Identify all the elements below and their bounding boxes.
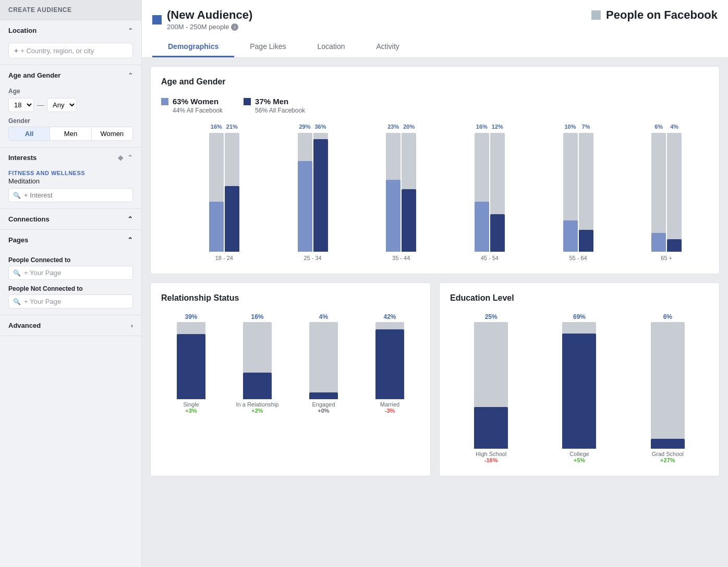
age-max-select[interactable]: Any xyxy=(47,98,77,112)
men-legend-sub: 56% All Facebook xyxy=(255,107,305,114)
interests-label: Interests xyxy=(8,154,37,162)
age-group-25-34: 29%36%25 - 34 xyxy=(271,122,355,261)
men-legend-item: 37% Men 56% All Facebook xyxy=(244,97,305,114)
sidebar-header: CREATE AUDIENCE xyxy=(0,0,141,20)
connections-label: Connections xyxy=(8,215,50,223)
gender-legend: 63% Women 44% All Facebook 37% Men 56% A… xyxy=(161,97,709,114)
people-not-connected-label: People Not Connected to xyxy=(8,285,133,292)
tab-activity[interactable]: Activity xyxy=(360,37,415,57)
age-gender-content: Age 18 — Any Gender All Men Women xyxy=(0,85,141,147)
location-label: Location xyxy=(8,27,37,34)
main-content: (New Audience) 200M - 250M people i Peop… xyxy=(142,0,728,567)
gender-men-button[interactable]: Men xyxy=(50,127,91,140)
age-group-55-64: 10%7%55 - 64 xyxy=(536,122,621,261)
rel-bars-bars-wrapper: 39%Single+3%16%In a Relationship+2%4%Eng… xyxy=(161,313,420,416)
age-group-45-54: 16%12%45 - 54 xyxy=(447,122,532,261)
audience-color-box xyxy=(152,15,162,24)
pages-chevron-icon: ⌃ xyxy=(127,236,133,244)
bar-group-GradSchool: 6%Grad School+27% xyxy=(627,313,709,463)
location-chevron-icon: ⌃ xyxy=(128,27,133,34)
interest-search-input[interactable]: 🔍 xyxy=(8,188,133,202)
audience-title: (New Audience) 200M - 250M people i xyxy=(152,8,252,31)
pages-section: Pages ⌃ People Connected to 🔍 + Your Pag… xyxy=(0,230,141,315)
interest-text-input[interactable] xyxy=(24,191,128,199)
age-gender-chevron-icon: ⌃ xyxy=(128,72,133,79)
advanced-section: Advanced › xyxy=(0,315,141,336)
location-content: + + Country, region, or city xyxy=(0,41,141,65)
conn-search-icon-2: 🔍 xyxy=(13,298,21,305)
people-not-connected-input[interactable]: 🔍 + Your Page xyxy=(8,294,133,309)
bar-group-Single: 39%Single+3% xyxy=(161,313,221,414)
people-connected-input[interactable]: 🔍 + Your Page xyxy=(8,266,133,280)
gender-label: Gender xyxy=(8,117,133,125)
bottom-charts: Relationship Status 39%Single+3%16%In a … xyxy=(150,282,720,485)
education-bars: 25%High School-16%69%College+5%6%Grad Sc… xyxy=(450,313,709,465)
age-group-65+: 6%4%65 + xyxy=(624,122,709,261)
women-legend-item: 63% Women 44% All Facebook xyxy=(161,97,223,114)
audience-name: (New Audience) xyxy=(167,8,252,22)
age-gender-header[interactable]: Age and Gender ⌃ xyxy=(0,65,141,85)
interests-category: FITNESS AND WELLNESS xyxy=(8,170,133,176)
advanced-row[interactable]: Advanced › xyxy=(0,315,141,336)
audience-title-group: (New Audience) 200M - 250M people i xyxy=(167,8,252,31)
bar-group-Engaged: 4%Engaged+0% xyxy=(294,313,354,414)
bar-group-Married: 42%Married-3% xyxy=(360,313,420,414)
age-min-select[interactable]: 18 xyxy=(8,98,34,112)
people-connected-placeholder: + Your Page xyxy=(24,269,61,277)
edu-bars-bars-wrapper: 25%High School-16%69%College+5%6%Grad Sc… xyxy=(450,313,709,465)
tab-demographics[interactable]: Demographics xyxy=(152,37,234,57)
location-plus-icon: + xyxy=(14,46,18,55)
men-legend-box xyxy=(244,98,251,105)
age-group-18-24: 16%21%18 - 24 xyxy=(182,122,266,261)
bar-group-HighSchool: 25%High School-16% xyxy=(450,313,532,463)
relationship-chart-card: Relationship Status 39%Single+3%16%In a … xyxy=(150,282,431,476)
relationship-chart-title: Relationship Status xyxy=(161,293,420,303)
app-layout: CREATE AUDIENCE Location ⌃ + + Country, … xyxy=(0,0,728,567)
connections-content: People Connected to 🔍 + Your Page People… xyxy=(0,250,141,315)
tab-bar: Demographics Page Likes Location Activit… xyxy=(152,37,718,57)
gender-all-button[interactable]: All xyxy=(9,127,50,140)
bar-group-College: 69%College+5% xyxy=(538,313,620,463)
advanced-label: Advanced xyxy=(8,322,41,329)
interests-header[interactable]: Interests ◈ ⌃ xyxy=(0,147,141,168)
pages-header[interactable]: Pages ⌃ xyxy=(0,230,141,250)
interests-settings-icon[interactable]: ◈ xyxy=(118,154,123,162)
connections-chevron-icon: ⌃ xyxy=(127,215,133,223)
education-chart-card: Education Level 25%High School-16%69%Col… xyxy=(439,282,720,476)
age-row: 18 — Any xyxy=(8,98,133,112)
gender-buttons: All Men Women xyxy=(8,127,133,141)
advanced-arrow-icon: › xyxy=(131,322,133,329)
interests-section: Interests ◈ ⌃ FITNESS AND WELLNESS Medit… xyxy=(0,147,141,209)
age-label: Age xyxy=(8,88,133,95)
audience-info-icon[interactable]: i xyxy=(231,23,238,31)
women-legend-sub: 44% All Facebook xyxy=(173,107,223,114)
location-input[interactable]: + + Country, region, or city xyxy=(8,43,133,58)
tab-location[interactable]: Location xyxy=(302,37,361,57)
location-section-header[interactable]: Location ⌃ xyxy=(0,20,141,41)
connections-header[interactable]: Connections ⌃ xyxy=(0,209,141,229)
age-gender-section: Age and Gender ⌃ Age 18 — Any Gender All xyxy=(0,65,141,147)
location-placeholder: + Country, region, or city xyxy=(20,47,94,55)
interests-item: Meditation xyxy=(8,177,133,185)
age-gender-bars-container: 16%21%18 - 2429%36%25 - 3423%20%35 - 441… xyxy=(161,122,709,263)
gender-women-button[interactable]: Women xyxy=(92,127,132,140)
interests-content: FITNESS AND WELLNESS Meditation 🔍 xyxy=(0,168,141,208)
main-header: (New Audience) 200M - 250M people i Peop… xyxy=(142,0,728,58)
people-connected-label: People Connected to xyxy=(8,256,133,264)
age-gender-label: Age and Gender xyxy=(8,71,60,79)
interests-chevron-icon: ⌃ xyxy=(127,154,133,162)
conn-search-icon-1: 🔍 xyxy=(13,269,21,277)
pages-label: Pages xyxy=(8,236,28,244)
age-dash: — xyxy=(37,101,44,109)
fb-color-box xyxy=(591,10,601,20)
age-gender-chart-card: Age and Gender 63% Women 44% All Faceboo… xyxy=(150,66,720,274)
connections-section: Connections ⌃ xyxy=(0,209,141,230)
charts-area: Age and Gender 63% Women 44% All Faceboo… xyxy=(142,58,728,493)
fb-label: People on Facebook xyxy=(606,8,718,22)
tab-page-likes[interactable]: Page Likes xyxy=(234,37,301,57)
location-section: Location ⌃ + + Country, region, or city xyxy=(0,20,141,65)
age-group-35-44: 23%20%35 - 44 xyxy=(359,122,443,261)
people-on-fb: People on Facebook xyxy=(591,8,718,22)
men-legend-pct: 37% Men xyxy=(255,97,288,106)
age-gender-chart-title: Age and Gender xyxy=(161,77,709,87)
